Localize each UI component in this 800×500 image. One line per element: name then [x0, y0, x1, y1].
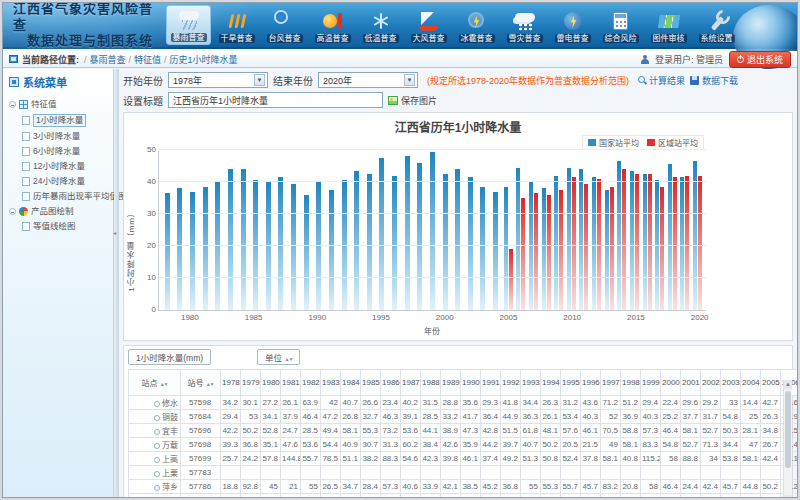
column-header-year[interactable]: 2000: [661, 370, 681, 396]
toolbar-item-snow[interactable]: 雪灾普查: [502, 7, 547, 45]
table-row[interactable]: 萍乡5778618.892.845215526.534.728.457.340.…: [129, 480, 798, 494]
toolbar-item-hail[interactable]: 冰雹普查: [454, 7, 499, 45]
column-header-year[interactable]: 1981: [281, 370, 301, 396]
download-button[interactable]: 数据下载: [690, 74, 738, 87]
cell-value: [281, 466, 301, 480]
breadcrumb-item[interactable]: 特征值: [134, 55, 161, 65]
toolbar-item-typhoon[interactable]: 台风普查: [262, 7, 307, 45]
table-title-button[interactable]: 1小时降水量(mm): [128, 349, 211, 365]
toolbar-item-map[interactable]: 图件审核: [646, 7, 691, 45]
column-header-year[interactable]: 1998: [621, 370, 641, 396]
column-header-station[interactable]: 站点 ▲▼: [129, 370, 181, 396]
logout-button[interactable]: 退出系统: [729, 51, 791, 68]
collapse-icon[interactable]: [9, 208, 16, 215]
hot-icon: [320, 9, 346, 33]
save-disk-icon: [690, 76, 699, 85]
table-row[interactable]: 莲花5778922.436.236.937.146.541.923.630.23…: [129, 494, 798, 498]
scrollbar-thumb[interactable]: [785, 391, 791, 468]
column-header-year[interactable]: 2001: [681, 370, 701, 396]
cell-value: 37.7: [681, 410, 701, 424]
toolbar-label: 系统设置: [699, 34, 735, 43]
calculate-button[interactable]: 计算结果: [638, 74, 685, 87]
y-tick-label: 50: [147, 145, 156, 154]
table-row[interactable]: 修水5759834.230.127.226.163.94240.726.623.…: [129, 396, 798, 410]
unit-dropdown[interactable]: 单位 ▲▼: [257, 349, 300, 365]
tree-item-0-3[interactable]: 12小时降水量: [22, 159, 113, 174]
cell-station-id: 57696: [181, 424, 221, 438]
scroll-down-icon[interactable]: ▼: [784, 495, 792, 497]
table-row[interactable]: 铜鼓5768429.45334.137.946.447.226.832.746.…: [129, 410, 798, 424]
toolbar-item-calc[interactable]: 综合风险: [598, 7, 643, 45]
table-row[interactable]: 万载5769839.336.835.147.653.654.440.930.73…: [129, 438, 798, 452]
column-header-year[interactable]: 2002: [701, 370, 721, 396]
toolbar-item-rain[interactable]: 暴雨普查: [166, 5, 211, 45]
column-header-year[interactable]: 1978: [221, 370, 241, 396]
column-header-year[interactable]: 1986: [381, 370, 401, 396]
column-header-year[interactable]: 1996: [581, 370, 601, 396]
column-header-year[interactable]: 1999: [641, 370, 661, 396]
column-header-year[interactable]: 2005: [761, 370, 781, 396]
table-row[interactable]: 上栗57783: [129, 466, 798, 480]
toolbar-item-wind[interactable]: 大风普查: [406, 7, 451, 45]
bar-national-2010: [567, 168, 571, 310]
cell-value: 38.3: [481, 494, 501, 498]
tree-item-1-0[interactable]: 等值线绘图: [22, 219, 113, 234]
cell-value: 58.1: [681, 424, 701, 438]
toolbar-item-bolt[interactable]: 雷电普查: [550, 7, 595, 45]
column-header-year[interactable]: 1992: [501, 370, 521, 396]
cell-value: 144.8: [281, 452, 301, 466]
start-year-select[interactable]: 1978年▼: [168, 72, 268, 88]
column-header-year[interactable]: 1990: [461, 370, 481, 396]
table-row[interactable]: 宜丰5769642.250.252.824.728.549.458.155.37…: [129, 424, 798, 438]
tree-item-0-1[interactable]: 3小时降水量: [22, 129, 113, 144]
cell-value: 39.7: [501, 438, 521, 452]
save-image-button[interactable]: 保存图片: [388, 94, 437, 107]
tree-group-label: 产品图绘制: [31, 206, 74, 217]
column-header-year[interactable]: 1983: [321, 370, 341, 396]
cell-value: 26.1: [541, 410, 561, 424]
column-header-year[interactable]: 1989: [441, 370, 461, 396]
x-tick-label: 2005: [500, 313, 518, 322]
bar-national-2004: [493, 192, 498, 310]
bar-national-1986: [266, 182, 271, 310]
tree-item-0-5[interactable]: 历年暴雨出现率平均值图: [22, 189, 113, 204]
cell-value: 47.2: [321, 410, 341, 424]
breadcrumb-item[interactable]: 历史1小时降水量: [170, 55, 238, 65]
column-header-year[interactable]: 1994: [541, 370, 561, 396]
column-header-year[interactable]: 1991: [481, 370, 501, 396]
cell-value: 50.8: [541, 452, 561, 466]
column-header-year[interactable]: 1997: [601, 370, 621, 396]
column-header-year[interactable]: 1980: [261, 370, 281, 396]
scroll-up-icon[interactable]: ▲: [784, 380, 792, 389]
chart-title-input[interactable]: [168, 92, 383, 108]
column-header-year[interactable]: 1985: [361, 370, 381, 396]
column-header-year[interactable]: 1993: [521, 370, 541, 396]
column-header-year[interactable]: 1995: [561, 370, 581, 396]
column-header-station-id[interactable]: 站号 ▲▼: [181, 370, 221, 396]
column-header-year[interactable]: 1979: [241, 370, 261, 396]
tree-group-0[interactable]: 特征值: [9, 97, 113, 112]
table-row[interactable]: 上高5769925.724.257.8144.855.778.551.138.2…: [129, 452, 798, 466]
toolbar-item-heat[interactable]: 干旱普查: [214, 7, 259, 45]
tree-item-0-0[interactable]: 1小时降水量: [22, 112, 113, 129]
bar-national-2005: [504, 187, 508, 310]
breadcrumb-item[interactable]: 暴雨普查: [90, 55, 126, 65]
column-header-year[interactable]: 2004: [741, 370, 761, 396]
cell-value: 46.3: [381, 410, 401, 424]
tree-item-0-2[interactable]: 6小时降水量: [22, 144, 113, 159]
tree-group-1[interactable]: 产品图绘制: [9, 204, 113, 219]
cell-value: 34.7: [341, 480, 361, 494]
column-header-year[interactable]: 1987: [401, 370, 421, 396]
toolbar-item-hot[interactable]: 高温普查: [310, 7, 355, 45]
toolbar-item-wrench[interactable]: 系统设置: [694, 7, 739, 45]
end-year-select[interactable]: 2020年▼: [318, 72, 418, 88]
column-header-year[interactable]: 1982: [301, 370, 321, 396]
bolt-icon: [560, 9, 586, 33]
column-header-year[interactable]: 1988: [421, 370, 441, 396]
tree-item-0-4[interactable]: 24小时降水量: [22, 174, 113, 189]
toolbar-item-cold[interactable]: 低温普查: [358, 7, 403, 45]
collapse-icon[interactable]: [9, 101, 16, 108]
vertical-scrollbar[interactable]: ▲ ▼: [783, 380, 792, 497]
column-header-year[interactable]: 1984: [341, 370, 361, 396]
column-header-year[interactable]: 2003: [721, 370, 741, 396]
